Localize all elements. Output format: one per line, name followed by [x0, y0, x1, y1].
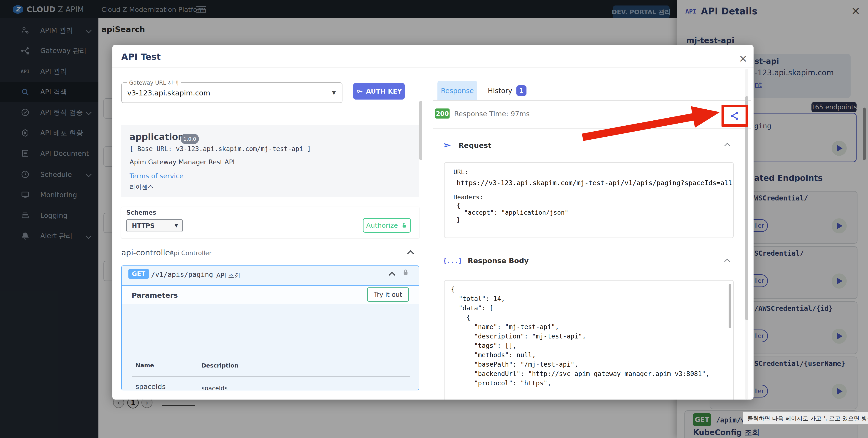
request-url: https://v3-123.api.skapim.com/mj-test-ap… [457, 179, 733, 187]
headers-label: Headers: [454, 194, 483, 201]
json-line: "protocol": "https", [451, 378, 709, 388]
modal-scrollbar-thumb[interactable] [745, 96, 748, 320]
license-link[interactable]: 라이센스 [129, 183, 153, 191]
controller-subtitle: Api Controller [169, 249, 212, 256]
request-headers: { "accept": "application/json" } [457, 202, 568, 223]
key-icon [356, 87, 364, 95]
json-line: "tags": [], [451, 341, 709, 350]
history-tab[interactable]: History 1 [488, 84, 526, 97]
get-operation-block: GET /v1/apis/paging API 조회 Parameters Tr… [121, 265, 419, 390]
send-icon [442, 140, 452, 150]
url-label: URL: [454, 168, 468, 176]
auth-key-button[interactable]: AUTH KEY [353, 83, 405, 99]
api-info-title: application [129, 132, 184, 142]
screen: Z CLOUD Z APIM Cloud Z Modernization Pla… [0, 0, 868, 438]
json-line: { [451, 313, 709, 322]
param-col-name: Name [135, 362, 154, 369]
modal-header-divider [113, 67, 753, 68]
response-body-card: { "total": 14, "data": [ { "name": "mj-t… [444, 280, 734, 400]
history-tab-label: History [488, 87, 512, 95]
terms-of-service-link[interactable]: Terms of service [129, 172, 184, 180]
operation-path: /v1/apis/paging [151, 271, 213, 279]
collapse-chevron-icon[interactable] [389, 272, 396, 279]
get-method-badge: GET [128, 269, 149, 279]
api-test-modal: API Test × Gateway URL 선택 v3-123.api.ska… [113, 45, 753, 400]
json-line: "data": [ [451, 304, 709, 313]
response-tab[interactable]: Response [437, 81, 477, 101]
gateway-url-label: Gateway URL 선택 [127, 79, 181, 87]
schemes-select[interactable]: HTTPS ▼ [126, 219, 183, 232]
controller-name: api-controller [121, 248, 173, 257]
api-base-url: [ Base URL: v3-123.api.skapim.com/mj-tes… [129, 145, 311, 153]
json-line: "methods": null, [451, 350, 709, 360]
request-card: URL: https://v3-123.api.skapim.com/mj-te… [444, 162, 734, 238]
header-line: "accept": "application/json" [457, 209, 568, 216]
modal-close-icon[interactable]: × [739, 52, 748, 65]
parameters-title: Parameters [132, 291, 178, 299]
header-line: } [457, 216, 568, 223]
collapse-chevron-icon[interactable] [407, 250, 414, 257]
json-line: "name": "mj-test-api", [451, 322, 709, 332]
left-panel-scrollbar[interactable] [420, 101, 422, 160]
unlock-icon [401, 222, 407, 229]
lock-icon [402, 268, 410, 276]
parameters-bar: Parameters Try it out [122, 286, 418, 304]
header-line: { [457, 202, 568, 209]
authorize-button[interactable]: Authorize [363, 218, 411, 233]
share-icon[interactable] [730, 111, 740, 121]
request-section-header[interactable]: Request [442, 140, 491, 150]
auth-key-label: AUTH KEY [366, 88, 402, 95]
param-col-description: Description [202, 362, 239, 369]
json-line: { [451, 285, 709, 294]
response-body-scrollbar[interactable] [728, 284, 731, 328]
response-time: Response Time: 97ms [454, 110, 530, 118]
response-body-section-header[interactable]: {...} Response Body [443, 256, 529, 265]
response-body-json: { "total": 14, "data": [ { "name": "mj-t… [451, 285, 709, 388]
gateway-url-value: v3-123.api.skapim.com [127, 89, 210, 97]
authorize-label: Authorize [366, 221, 398, 229]
braces-icon: {...} [443, 257, 462, 264]
try-it-out-button[interactable]: Try it out [367, 287, 409, 302]
json-line: "total": 14, [451, 294, 709, 304]
response-body-title: Response Body [468, 256, 529, 265]
json-line: "basePath": "/mj-test-api", [451, 360, 709, 369]
api-description: Apim Gateway Manager Rest API [129, 158, 235, 166]
operation-summary: API 조회 [216, 272, 240, 280]
status-code-badge: 200 [435, 108, 450, 119]
link-tooltip: 클릭하면 다음 페이지로 가고 누르고 있으면 방문 기록이 나타납니다 [743, 411, 868, 425]
json-line: "description": "mj-test-api", [451, 332, 709, 341]
modal-title: API Test [121, 52, 161, 62]
select-caret-icon: ▼ [332, 89, 336, 96]
param-name: spaceIds [135, 383, 166, 390]
schemes-label: Schemes [126, 209, 156, 216]
select-caret-icon: ▼ [175, 223, 178, 228]
param-description: spaceIds [202, 385, 227, 390]
param-header-divider [132, 376, 410, 377]
history-count-badge: 1 [517, 85, 526, 96]
annotation-arrow [577, 101, 728, 147]
request-section-title: Request [459, 141, 491, 150]
operation-header[interactable]: GET /v1/apis/paging API 조회 [122, 266, 418, 286]
collapse-chevron-icon[interactable] [724, 259, 730, 264]
api-version-badge: 1.0.0 [181, 134, 199, 144]
schemes-value: HTTPS [132, 222, 155, 229]
gateway-url-select[interactable]: Gateway URL 선택 v3-123.api.skapim.com ▼ [121, 83, 342, 103]
json-line: "backendUrl": "http://svc-apim-gateway-m… [451, 369, 709, 378]
annotation-highlight-box [721, 105, 748, 127]
